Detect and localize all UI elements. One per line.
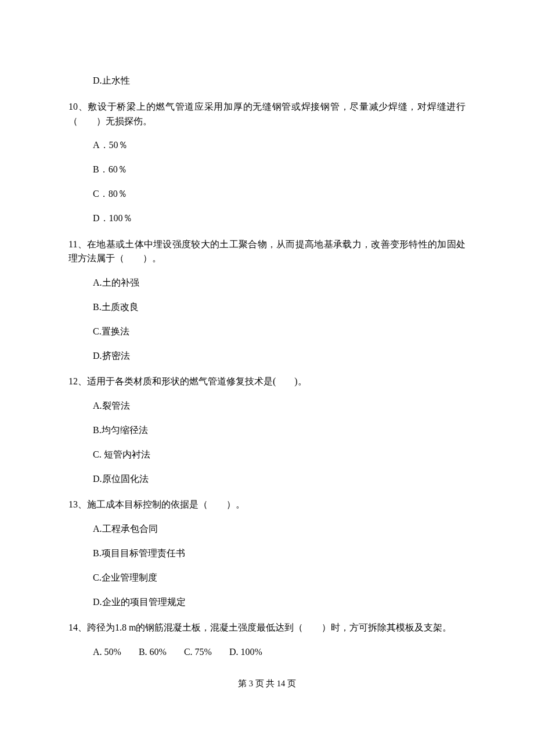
q12-option-b: B.均匀缩径法: [68, 423, 466, 438]
q12-stem: 12、适用于各类材质和形状的燃气管道修复技术是( )。: [68, 375, 466, 389]
q10-stem: 10、敷设于桥梁上的燃气管道应采用加厚的无缝钢管或焊接钢管，尽量减少焊缝，对焊缝…: [68, 100, 466, 129]
page-content: D.止水性 10、敷设于桥梁上的燃气管道应采用加厚的无缝钢管或焊接钢管，尽量减少…: [0, 0, 534, 713]
q11-option-b: B.土质改良: [68, 300, 466, 315]
q10-option-c: C．80％: [68, 187, 466, 201]
q10-option-b: B．60％: [68, 163, 466, 177]
q13-stem: 13、施工成本目标控制的依据是（ ）。: [68, 498, 466, 512]
q14-option-b: B. 60%: [139, 647, 167, 657]
q10-option-a: A．50％: [68, 138, 466, 153]
q13-option-d: D.企业的项目管理规定: [68, 595, 466, 610]
page-footer: 第 3 页 共 14 页: [68, 677, 466, 690]
q13-option-c: C.企业管理制度: [68, 571, 466, 585]
q13-option-b: B.项目目标管理责任书: [68, 546, 466, 561]
q12-option-c: C. 短管内衬法: [68, 448, 466, 462]
q11-option-a: A.土的补强: [68, 276, 466, 290]
q14-option-a: A. 50%: [93, 647, 121, 657]
q11-option-c: C.置换法: [68, 325, 466, 339]
q14-stem: 14、跨径为1.8 m的钢筋混凝土板，混凝土强度最低达到（ ）时，方可拆除其模板…: [68, 621, 466, 635]
q9-option-d: D.止水性: [68, 74, 466, 88]
q12-option-a: A.裂管法: [68, 399, 466, 413]
q14-option-d: D. 100%: [229, 647, 262, 657]
q14-options: A. 50% B. 60% C. 75% D. 100%: [68, 645, 466, 660]
q11-option-d: D.挤密法: [68, 349, 466, 363]
q14-option-c: C. 75%: [184, 647, 212, 657]
q12-option-d: D.原位固化法: [68, 472, 466, 487]
q10-option-d: D．100％: [68, 211, 466, 226]
q13-option-a: A.工程承包合同: [68, 522, 466, 537]
q11-stem: 11、在地基或土体中埋设强度较大的土工聚合物，从而提高地基承载力，改善变形特性的…: [68, 237, 466, 267]
